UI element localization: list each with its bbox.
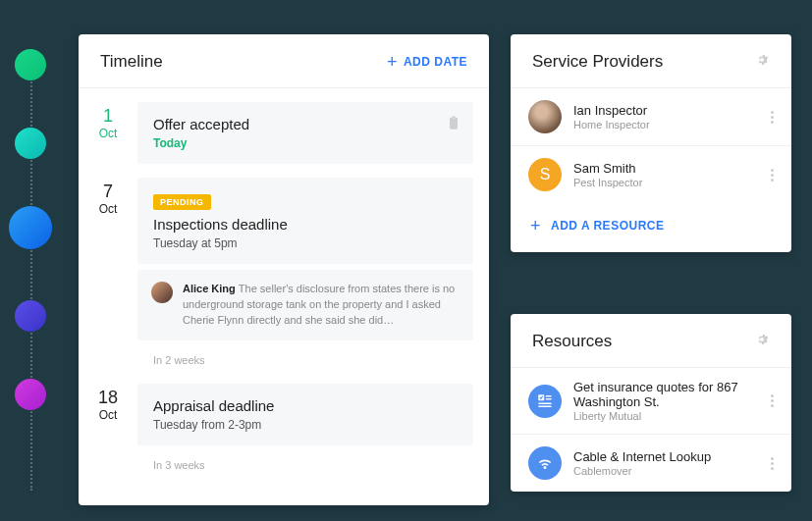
svg-rect-1 xyxy=(546,395,552,397)
timeline-item-title: Offer accepted xyxy=(153,116,458,132)
svg-rect-2 xyxy=(546,398,552,400)
timeline-header: Timeline + ADD DATE xyxy=(79,34,489,88)
providers-card: Service Providers Ian InspectorHome Insp… xyxy=(511,34,791,252)
timeline-content: Appraisal deadlineTuesday from 2-3pm xyxy=(137,384,473,445)
timeline-day: 18 xyxy=(79,388,137,408)
timeline-item-sub: Tuesday at 5pm xyxy=(153,236,458,250)
resource-name: Cable & Internet Lookup xyxy=(573,449,771,464)
timeline-date: 18Oct xyxy=(79,384,137,445)
timeline-date: 7Oct xyxy=(79,178,137,340)
note-text: Alice King The seller's disclosure from … xyxy=(183,282,460,329)
item-labels: Sam SmithPest Inspector xyxy=(573,161,771,188)
timeline-month: Oct xyxy=(79,202,137,216)
timeline-item-title: Appraisal deadline xyxy=(153,397,458,414)
item-labels: Get insurance quotes for 867 Washington … xyxy=(573,380,771,422)
resources-title: Resources xyxy=(532,332,612,351)
gear-icon[interactable] xyxy=(754,332,770,351)
resource-source: Liberty Mutual xyxy=(573,410,771,422)
timeline-item-sub: Today xyxy=(153,136,458,150)
add-resource-label: ADD A RESOURCE xyxy=(551,219,664,233)
timeline-note[interactable]: Alice King The seller's disclosure from … xyxy=(137,270,473,340)
provider-role: Home Inspector xyxy=(573,119,771,130)
timeline-month: Oct xyxy=(79,408,137,422)
note-author: Alice King xyxy=(183,283,239,294)
provider-role: Pest Inspector xyxy=(573,177,771,188)
resource-name: Get insurance quotes for 867 Washington … xyxy=(573,380,771,409)
providers-header: Service Providers xyxy=(511,34,791,88)
gear-icon[interactable] xyxy=(754,52,770,72)
stage-dot xyxy=(15,128,46,159)
timeline-item[interactable]: 1OctOffer acceptedToday xyxy=(79,88,489,164)
providers-list: Ian InspectorHome InspectorSSam SmithPes… xyxy=(511,88,791,203)
resources-card: Resources Get insurance quotes for 867 W… xyxy=(511,314,791,492)
timeline-month: Oct xyxy=(79,127,137,140)
provider-name: Ian Inspector xyxy=(573,103,771,118)
provider-item[interactable]: SSam SmithPest Inspector xyxy=(511,146,791,203)
timeline-day: 1 xyxy=(79,106,137,127)
timeline-interval: In 2 weeks xyxy=(79,340,489,370)
timeline-item-title: Inspections deadline xyxy=(153,216,458,233)
provider-name: Sam Smith xyxy=(573,161,771,176)
timeline-box: Offer acceptedToday xyxy=(137,102,473,164)
timeline-item-sub: Tuesday from 2-3pm xyxy=(153,418,458,432)
avatar xyxy=(528,100,562,133)
plus-icon: + xyxy=(530,217,541,234)
item-labels: Ian InspectorHome Inspector xyxy=(573,103,771,130)
stage-dot xyxy=(15,49,46,80)
svg-rect-3 xyxy=(538,402,552,404)
resources-list: Get insurance quotes for 867 Washington … xyxy=(511,368,791,492)
timeline-day: 7 xyxy=(79,182,137,202)
more-icon[interactable] xyxy=(771,394,774,407)
stage-dot xyxy=(9,206,52,249)
svg-rect-4 xyxy=(538,405,552,407)
timeline-box: PENDINGInspections deadlineTuesday at 5p… xyxy=(137,178,473,264)
timeline-interval: In 3 weeks xyxy=(79,445,489,475)
timeline-content: PENDINGInspections deadlineTuesday at 5p… xyxy=(137,178,473,340)
providers-title: Service Providers xyxy=(532,52,663,72)
plus-icon: + xyxy=(387,53,398,71)
stage-dot xyxy=(15,379,46,410)
timeline-content: Offer acceptedToday xyxy=(137,102,473,164)
timeline-card: Timeline + ADD DATE 1OctOffer acceptedTo… xyxy=(79,34,489,505)
provider-item[interactable]: Ian InspectorHome Inspector xyxy=(511,88,791,146)
timeline-title: Timeline xyxy=(100,52,163,72)
stage-dot xyxy=(15,300,46,332)
timeline-date: 1Oct xyxy=(79,102,137,164)
resource-item[interactable]: Get insurance quotes for 867 Washington … xyxy=(511,368,791,435)
status-badge: PENDING xyxy=(153,194,211,210)
add-resource-button[interactable]: + ADD A RESOURCE xyxy=(511,203,791,252)
checklist-icon xyxy=(528,385,562,418)
add-date-label: ADD DATE xyxy=(404,55,467,69)
timeline-body: 1OctOffer acceptedToday7OctPENDINGInspec… xyxy=(79,88,489,475)
timeline-item[interactable]: 7OctPENDINGInspections deadlineTuesday a… xyxy=(79,164,489,340)
clipboard-icon[interactable] xyxy=(446,114,461,135)
dots-connector xyxy=(30,59,32,491)
wifi-icon xyxy=(528,446,562,480)
more-icon[interactable] xyxy=(771,457,774,470)
more-icon[interactable] xyxy=(771,111,774,124)
avatar xyxy=(151,282,173,303)
avatar: S xyxy=(528,158,562,191)
add-date-button[interactable]: + ADD DATE xyxy=(387,53,467,71)
item-labels: Cable & Internet LookupCablemover xyxy=(573,449,771,477)
resource-item[interactable]: Cable & Internet LookupCablemover xyxy=(511,435,791,492)
more-icon[interactable] xyxy=(771,169,774,182)
resources-header: Resources xyxy=(511,314,791,368)
timeline-box: Appraisal deadlineTuesday from 2-3pm xyxy=(137,384,473,445)
resource-source: Cablemover xyxy=(573,465,771,477)
timeline-item[interactable]: 18OctAppraisal deadlineTuesday from 2-3p… xyxy=(79,370,489,445)
